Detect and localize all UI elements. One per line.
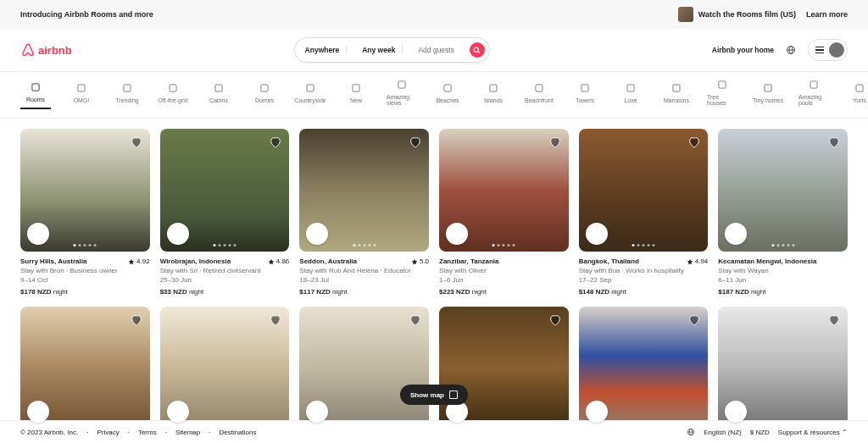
carousel-dots bbox=[74, 422, 97, 424]
watch-film-button[interactable]: Watch the Rooms film (US) bbox=[678, 7, 796, 22]
category-label: Cabins bbox=[209, 97, 228, 103]
language-link[interactable]: English (NZ) bbox=[704, 429, 741, 436]
currency-link[interactable]: $ NZD bbox=[750, 429, 770, 436]
listing-photo[interactable] bbox=[718, 307, 848, 429]
category-beaches[interactable]: Beaches bbox=[432, 82, 463, 108]
search-anywhere[interactable]: Anywhere bbox=[305, 46, 348, 54]
category-icon bbox=[350, 82, 362, 94]
category-label: Towers bbox=[576, 97, 594, 103]
category-label: Yurts bbox=[853, 97, 866, 103]
category-towers[interactable]: Towers bbox=[570, 82, 600, 108]
favorite-button[interactable] bbox=[409, 136, 422, 149]
listing-photo[interactable] bbox=[718, 129, 848, 252]
category-off-the-grid[interactable]: Off-the-grid bbox=[158, 82, 188, 108]
category-label: OMG! bbox=[74, 97, 90, 103]
listing-dates: 1–6 Jun bbox=[439, 275, 569, 285]
carousel-dots bbox=[492, 244, 515, 246]
listing-photo[interactable] bbox=[579, 129, 709, 252]
search-guests[interactable]: Add guests bbox=[411, 46, 461, 54]
listing-card[interactable]: Surry Hills, Australia4.92Stay with Bron… bbox=[20, 129, 150, 296]
listing-photo[interactable] bbox=[20, 129, 150, 252]
svg-rect-19 bbox=[673, 84, 680, 91]
listing-location: Zanzibar, Tanzania bbox=[439, 257, 499, 266]
host-avatar bbox=[27, 401, 49, 423]
favorite-button[interactable] bbox=[269, 136, 282, 149]
listing-host: Stay with Bua · Works in hospitality bbox=[579, 266, 709, 275]
search-anyweek[interactable]: Any week bbox=[355, 46, 403, 54]
listing-photo[interactable] bbox=[299, 307, 429, 429]
listing-price: $178 NZD night bbox=[20, 287, 150, 296]
favorite-button[interactable] bbox=[130, 313, 143, 327]
category-islands[interactable]: Islands bbox=[478, 82, 509, 108]
listing-price: $117 NZD night bbox=[299, 287, 429, 296]
learn-more-link[interactable]: Learn more bbox=[806, 10, 848, 19]
carousel-dots bbox=[632, 244, 654, 246]
svg-rect-8 bbox=[170, 84, 176, 91]
host-avatar bbox=[586, 223, 608, 245]
support-link[interactable]: Support & resources ⌃ bbox=[778, 429, 848, 436]
sitemap-link[interactable]: Sitemap bbox=[175, 429, 200, 436]
category-yurts[interactable]: Yurts bbox=[844, 82, 868, 108]
listing-dates: 18–23 Jul bbox=[299, 275, 429, 285]
category-amazing-pools[interactable]: Amazing pools bbox=[798, 79, 829, 111]
listing-photo[interactable] bbox=[579, 307, 709, 429]
airbnb-logo-icon bbox=[20, 42, 36, 58]
favorite-button[interactable] bbox=[548, 136, 562, 149]
user-menu[interactable] bbox=[808, 39, 848, 61]
destinations-link[interactable]: Destinations bbox=[219, 429, 256, 436]
category-icon bbox=[625, 82, 637, 94]
language-button[interactable] bbox=[782, 42, 799, 58]
favorite-button[interactable] bbox=[687, 313, 701, 327]
category-mansions[interactable]: Mansions bbox=[661, 82, 692, 108]
svg-rect-11 bbox=[307, 84, 314, 91]
favorite-button[interactable] bbox=[269, 313, 282, 327]
category-cabins[interactable]: Cabins bbox=[203, 82, 234, 108]
search-button[interactable] bbox=[470, 42, 485, 58]
terms-link[interactable]: Terms bbox=[138, 429, 157, 436]
listing-photo[interactable] bbox=[160, 307, 290, 429]
category-beachfront[interactable]: Beachfront bbox=[524, 82, 554, 108]
category-rooms[interactable]: Rooms bbox=[20, 81, 51, 109]
announce-title: Introducing Airbnb Rooms and more bbox=[20, 10, 153, 19]
privacy-link[interactable]: Privacy bbox=[97, 429, 119, 436]
category-label: Off-the-grid bbox=[158, 97, 187, 103]
category-trending[interactable]: Trending bbox=[112, 82, 142, 108]
show-map-button[interactable]: Show map bbox=[400, 385, 468, 405]
category-domes[interactable]: Domes bbox=[249, 82, 280, 108]
carousel-dots bbox=[353, 244, 376, 246]
category-label: Domes bbox=[255, 97, 274, 103]
favorite-button[interactable] bbox=[827, 136, 841, 149]
host-avatar bbox=[725, 401, 747, 423]
favorite-button[interactable] bbox=[130, 136, 143, 149]
listing-card[interactable]: Zanzibar, TanzaniaStay with Oliver1–6 Ju… bbox=[439, 129, 569, 296]
svg-rect-18 bbox=[627, 84, 634, 91]
search-bar[interactable]: Anywhere Any week Add guests bbox=[294, 37, 490, 63]
logo[interactable]: airbnb bbox=[20, 42, 72, 58]
search-icon bbox=[473, 47, 481, 54]
favorite-button[interactable] bbox=[687, 136, 701, 149]
svg-rect-6 bbox=[78, 84, 85, 91]
category-new[interactable]: New bbox=[341, 82, 371, 108]
svg-rect-17 bbox=[581, 84, 588, 91]
listing-photo[interactable] bbox=[439, 307, 569, 429]
category-tree-houses[interactable]: Tree houses bbox=[707, 79, 737, 111]
category-luxe[interactable]: Luxe bbox=[615, 82, 646, 108]
listing-photo[interactable] bbox=[160, 129, 290, 252]
listing-photo[interactable] bbox=[439, 129, 569, 252]
listing-card[interactable]: Wirobrajan, Indonesia4.86Stay with Sri ·… bbox=[160, 129, 290, 296]
category-omg-[interactable]: OMG! bbox=[66, 82, 97, 108]
airbnb-your-home-link[interactable]: Airbnb your home bbox=[712, 46, 774, 54]
category-icon bbox=[259, 82, 270, 94]
listing-photo[interactable] bbox=[299, 129, 429, 252]
listing-card[interactable]: Bangkok, Thailand4.94Stay with Bua · Wor… bbox=[579, 129, 709, 296]
listing-card[interactable]: Kecamatan Mengwi, IndonesiaStay with Way… bbox=[718, 129, 848, 296]
category-tiny-homes[interactable]: Tiny homes bbox=[753, 82, 783, 108]
category-amazing-views[interactable]: Amazing views bbox=[387, 79, 417, 111]
listing-card[interactable]: Seddon, Australia5.0Stay with Rob And He… bbox=[299, 129, 429, 296]
favorite-button[interactable] bbox=[548, 313, 562, 327]
category-icon bbox=[167, 82, 179, 94]
category-countryside[interactable]: Countryside bbox=[295, 82, 326, 108]
listing-photo[interactable] bbox=[20, 307, 150, 429]
favorite-button[interactable] bbox=[409, 313, 422, 327]
favorite-button[interactable] bbox=[827, 313, 841, 327]
